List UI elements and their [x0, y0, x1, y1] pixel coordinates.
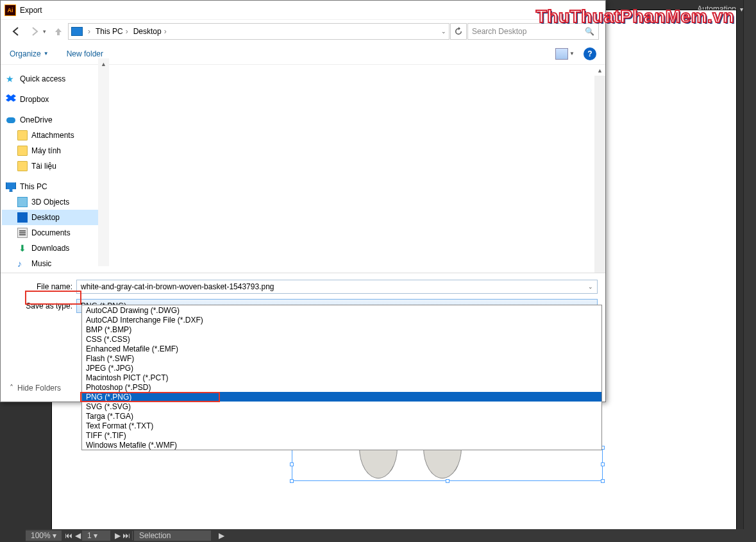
nav-next-icon[interactable]: ▶ — [113, 531, 122, 540]
selection-handle[interactable] — [290, 479, 294, 483]
pc-icon — [71, 27, 83, 36]
up-button[interactable] — [49, 22, 67, 40]
save-type-option[interactable]: Text Format (*.TXT) — [82, 421, 601, 430]
folder-icon — [17, 146, 28, 156]
nav-last-icon[interactable]: ⏭ — [122, 531, 131, 540]
organize-menu[interactable]: Organize▼ — [10, 49, 49, 58]
save-type-option[interactable]: Targa (*.TGA) — [82, 411, 601, 421]
selection-handle[interactable] — [446, 479, 449, 483]
selection-box[interactable] — [292, 448, 603, 481]
save-type-option[interactable]: Windows Metafile (*.WMF) — [82, 440, 601, 450]
scrollbar[interactable]: ▲ — [594, 65, 605, 273]
save-type-option[interactable]: Macintosh PICT (*.PCT) — [82, 373, 601, 382]
back-button[interactable] — [7, 22, 25, 40]
document-icon — [17, 228, 28, 238]
desktop-icon — [17, 212, 28, 223]
forward-button[interactable] — [26, 22, 44, 40]
watermark: ThuThuatPhanMem.vn — [536, 6, 734, 27]
star-icon: ★ — [6, 74, 16, 84]
save-type-option[interactable]: AutoCAD Interchange File (*.DXF) — [82, 315, 601, 325]
address-bar[interactable]: › This PC› Desktop› ⌄ — [68, 23, 449, 40]
new-folder-button[interactable]: New folder — [67, 49, 103, 58]
view-dropdown-icon[interactable]: ▼ — [569, 51, 575, 56]
tree-dropbox[interactable]: Dropbox — [2, 92, 98, 107]
dialog-titlebar: Ai Export — [1, 1, 605, 20]
dialog-body: ★Quick access Dropbox OneDrive Attachmen… — [1, 65, 605, 273]
refresh-button[interactable] — [450, 23, 467, 40]
selection-handle[interactable] — [290, 462, 294, 466]
tree-item-desktop[interactable]: Desktop — [2, 210, 98, 225]
search-icon: 🔍 — [585, 27, 594, 36]
file-list[interactable]: ▲ — [98, 65, 605, 273]
cube-icon — [17, 197, 28, 207]
app-right-panel — [743, 0, 756, 542]
nav-first-icon[interactable]: ⏮ — [64, 531, 73, 540]
recent-locations[interactable]: ▾ — [43, 28, 46, 35]
save-type-option[interactable]: Photoshop (*.PSD) — [82, 382, 601, 392]
selection-handle[interactable] — [601, 462, 605, 466]
dropbox-icon — [6, 94, 16, 105]
scroll-left-icon[interactable]: ▶ — [219, 531, 224, 540]
nav-pane: ★Quick access Dropbox OneDrive Attachmen… — [1, 65, 98, 273]
scroll-up-icon[interactable]: ▲ — [594, 65, 605, 76]
selection-handle[interactable] — [601, 479, 605, 483]
zoom-level[interactable]: 100% ▾ — [26, 530, 62, 541]
status-bar: 100% ▾ ⏮ ◀ 1 ▾ ▶ ⏭ Selection ▶ — [26, 529, 756, 542]
save-type-option[interactable]: PNG (*.PNG) — [82, 392, 601, 402]
folder-icon — [17, 130, 28, 140]
status-mode[interactable]: Selection — [134, 530, 211, 541]
save-type-option[interactable]: JPEG (*.JPG) — [82, 363, 601, 373]
breadcrumb[interactable]: This PC› — [96, 27, 131, 36]
tree-item[interactable]: 3D Objects — [2, 194, 98, 210]
folder-icon — [17, 161, 28, 171]
tree-item[interactable]: Attachments — [2, 128, 98, 143]
save-type-label: Save as type: — [8, 301, 76, 310]
address-dropdown-icon[interactable]: ⌄ — [441, 28, 446, 35]
illustrator-icon: Ai — [4, 4, 16, 16]
tree-this-pc[interactable]: This PC — [2, 179, 98, 194]
view-button[interactable] — [555, 48, 568, 60]
toolbar: Organize▼ New folder ▼ ? — [1, 43, 605, 65]
save-type-option[interactable]: BMP (*.BMP) — [82, 325, 601, 334]
nav-prev-icon[interactable]: ◀ — [73, 531, 82, 540]
save-type-option[interactable]: CSS (*.CSS) — [82, 334, 601, 344]
save-type-dropdown[interactable]: AutoCAD Drawing (*.DWG)AutoCAD Interchan… — [81, 305, 602, 450]
chevron-down-icon: ▾ — [740, 6, 743, 13]
tree-item[interactable]: Documents — [2, 225, 98, 241]
save-type-option[interactable]: Enhanced Metafile (*.EMF) — [82, 344, 601, 353]
nav-scrollbar[interactable]: ▲ — [98, 58, 109, 266]
chevron-up-icon: ˄ — [10, 384, 13, 393]
file-name-label: File name: — [8, 282, 76, 291]
address-row: ▾ › This PC› Desktop› ⌄ Search Desktop 🔍 — [1, 20, 605, 43]
file-name-input[interactable]: white-and-gray-cat-in-brown-woven-basket… — [76, 280, 598, 294]
dialog-title: Export — [20, 6, 42, 15]
download-icon: ⬇ — [17, 243, 28, 253]
pc-icon — [6, 182, 16, 192]
tree-item[interactable]: ♪Music — [2, 256, 98, 271]
tree-item[interactable]: Tài liệu — [2, 158, 98, 174]
breadcrumb[interactable]: Desktop› — [133, 27, 169, 36]
music-icon: ♪ — [17, 258, 28, 269]
help-button[interactable]: ? — [584, 47, 596, 60]
chevron-down-icon[interactable]: ⌄ — [588, 284, 593, 290]
save-type-option[interactable]: Flash (*.SWF) — [82, 353, 601, 363]
search-placeholder: Search Desktop — [472, 27, 526, 36]
hide-folders-button[interactable]: ˄ Hide Folders — [10, 384, 61, 393]
tree-item[interactable]: Máy tính — [2, 143, 98, 158]
tree-quick-access[interactable]: ★Quick access — [2, 71, 98, 87]
onedrive-icon — [6, 115, 16, 125]
tree-item[interactable]: ⬇Downloads — [2, 241, 98, 256]
save-type-option[interactable]: AutoCAD Drawing (*.DWG) — [82, 305, 601, 315]
tree-onedrive[interactable]: OneDrive — [2, 112, 98, 128]
save-type-option[interactable]: TIFF (*.TIF) — [82, 430, 601, 440]
artboard-index[interactable]: 1 ▾ — [82, 530, 110, 541]
save-type-option[interactable]: SVG (*.SVG) — [82, 402, 601, 411]
